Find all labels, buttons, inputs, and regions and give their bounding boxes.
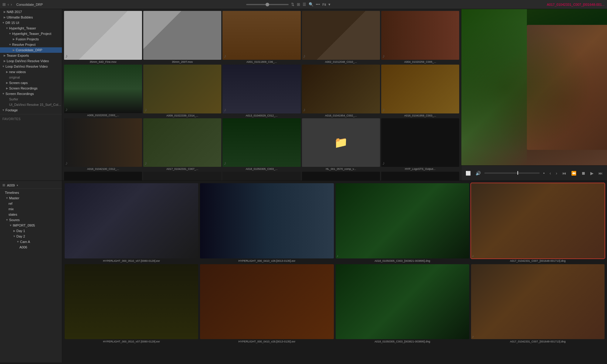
timeline-tree-item-a006[interactable]: A006: [0, 244, 62, 250]
media-thumb: ♪: [302, 65, 380, 113]
timeline-tree-item-day2[interactable]: ▼ Day 2: [0, 234, 62, 239]
tree-item-screen-caps[interactable]: ▶ Screen caps: [0, 80, 62, 86]
tree-item-surfer[interactable]: Surfer: [0, 96, 62, 102]
chevron-next-icon[interactable]: ›: [554, 170, 558, 176]
tree-item-resolve-project[interactable]: ▼ Resolve Project: [0, 42, 62, 47]
media-thumb: 𝑈 ♪: [64, 172, 142, 180]
tree-arrow: ▼: [1, 92, 5, 95]
search-icon[interactable]: 🔍: [309, 2, 314, 7]
tree-item-fusion-projects[interactable]: ▶ Fusion Projects: [0, 36, 62, 42]
tree-item-screen-recordings-2[interactable]: ▼ Screen Recordings: [0, 91, 62, 96]
timeline-item[interactable]: HYPERLIGHT_000_0410_v28.[0013-0135].exr: [200, 264, 334, 343]
list-view-icon[interactable]: ☰: [303, 2, 306, 7]
top-bar-center: ⇅ ⊞ ☰ 🔍 ••• Fit ▾: [63, 2, 514, 7]
chevron-prev-icon[interactable]: ‹: [548, 170, 552, 176]
media-thumb: ♪: [143, 118, 221, 167]
media-item[interactable]: ♪ HYP_Text4_Output.mov: [381, 172, 459, 180]
scrubber-thumb[interactable]: [266, 3, 269, 6]
timeline-item[interactable]: HYPERLIGHT_000_0510_v07.[0080-0129].exr: [65, 183, 198, 262]
tree-item-dr15[interactable]: ▼ DR 15 UI: [0, 20, 62, 25]
timeline-tree-item-soures[interactable]: ▼ Soures: [0, 217, 62, 223]
tree-item-ui-davinci[interactable]: UI_DaVinci Resolve 15_Surf_Col...: [0, 102, 62, 107]
skip-forward-icon[interactable]: ⏭: [597, 170, 604, 176]
timeline-label: A017_01042331_C007_[001648-001713].dng: [471, 259, 605, 262]
header-dropdown-icon[interactable]: ▾: [17, 184, 18, 187]
media-item[interactable]: ♪ HYP_Text2_Output.mov: [222, 172, 300, 180]
preview-timeline[interactable]: [484, 173, 540, 174]
media-item[interactable]: ♪ A009_01022033_C003_...: [64, 65, 142, 117]
timeline-item[interactable]: HYPERLIGHT_000_0510_v07.[0080-0129].exr: [65, 264, 198, 343]
tree-arrow: ▶: [5, 70, 9, 73]
stop-icon[interactable]: ⏹: [580, 170, 587, 176]
forward-icon[interactable]: ›: [11, 2, 12, 7]
tree-item-footage[interactable]: ▼ Footage: [0, 107, 62, 113]
media-grid-container: ♪ 35mm_64D_Fine.mov 35mm_200T.mov ♪ A001…: [62, 9, 461, 180]
tree-arrow: ▶: [2, 54, 7, 57]
timeline-tree-item-day1[interactable]: ▶ Day 1: [0, 228, 62, 234]
media-item[interactable]: ♪ A017_01042331_C007_...: [143, 118, 221, 171]
tree-item-original[interactable]: original: [0, 75, 62, 80]
more-icon[interactable]: •••: [316, 2, 320, 7]
media-item[interactable]: 𝑈 ♪ HYP_LogoUSEF_Outpu...: [64, 172, 142, 180]
back-icon[interactable]: ‹: [8, 2, 9, 7]
media-item[interactable]: ♪ A001_01011809_C06_...: [222, 11, 300, 63]
monitor-icon[interactable]: ⬜: [464, 170, 472, 176]
play-icon[interactable]: ▶: [589, 170, 595, 176]
tree-arrow: ▼: [5, 218, 9, 221]
timeline-tree-item-cama[interactable]: ▼ Cam A: [0, 239, 62, 244]
media-item[interactable]: ♪ A009_01022339_C014_...: [143, 65, 221, 117]
media-grid: ♪ 35mm_64D_Fine.mov 35mm_200T.mov ♪ A001…: [64, 11, 459, 180]
tree-item-system-volume[interactable]: ▶ Teaser Exports: [0, 53, 62, 58]
tree-item-consolidate-drp[interactable]: ▶ Consolidate_DRP: [0, 47, 62, 53]
timeline-tree-item-mix[interactable]: mix: [0, 206, 62, 212]
media-item[interactable]: ♪ A016_01042100_C012_...: [64, 118, 142, 171]
media-item[interactable]: ♪ A016_01041959_C003_...: [381, 65, 459, 117]
timeline-item-selected[interactable]: ♪ A017_01042331_C007_[001648-001713].dng: [471, 183, 605, 262]
timeline-label: HYPERLIGHT_000_0410_v28.[0013-0135].exr: [200, 340, 334, 343]
media-item[interactable]: ♪ A013_01040029_C012_...: [222, 65, 300, 117]
grid-view-icon[interactable]: ⊞: [297, 2, 300, 7]
sort-icon[interactable]: ⇅: [291, 2, 294, 7]
media-item[interactable]: ♪ 35mm_64D_Fine.mov: [64, 11, 142, 63]
tree-item-ultimatte[interactable]: ▶ Ultimatte Bubbles: [0, 15, 62, 20]
scrubber-bar[interactable]: [246, 4, 289, 5]
media-label: HL_001_0570_comp_v...: [302, 167, 380, 170]
media-item[interactable]: ♪ HYP_LogoSTS_Output...: [381, 118, 459, 171]
dot-icon[interactable]: •: [542, 170, 546, 176]
timeline-tree-item-import[interactable]: ▼ IMPORT_0905: [0, 223, 62, 228]
timeline-tree-item-ref[interactable]: ref: [0, 201, 62, 206]
tree-item-teaser-exports[interactable]: ▶ Loop DaVinci Resolve Video: [0, 58, 62, 64]
media-item[interactable]: 📁 HL_001_0570_comp_v...: [302, 118, 380, 171]
media-item[interactable]: ♪ A018_01050305_C003_...: [222, 118, 300, 171]
timeline-item[interactable]: HYPERLIGHT_000_0410_v28.[0013-0135].exr: [200, 183, 334, 262]
tree-label: Teaser Exports: [7, 54, 29, 57]
timeline-tree-item-timelines[interactable]: Timelines: [0, 190, 62, 195]
tree-item-hyperlight-teaser[interactable]: ▼ Hyperlight_Teaser: [0, 25, 62, 31]
tree-item-hyperlight-project[interactable]: ▼ Hyperlight_Teaser_Project: [0, 31, 62, 36]
media-item[interactable]: ♪ HYP_Text3_Output.mov: [302, 172, 380, 180]
grid-icon[interactable]: ⊞: [2, 2, 6, 7]
tree-item-screen-recordings-1[interactable]: ▶ Screen Recordings: [0, 86, 62, 91]
media-label: A016_01042100_C012_...: [64, 167, 142, 170]
timeline-item[interactable]: A018_01050305_C003_[003821-003895].dng: [336, 264, 469, 343]
music-icon: ♪: [65, 53, 68, 59]
media-item[interactable]: ♪ HYP_Text1_Output.mov: [143, 172, 221, 180]
fit-dropdown-icon[interactable]: ▾: [328, 2, 331, 7]
media-item[interactable]: ♪ A002_01012048_C010_...: [302, 11, 380, 63]
timeline-item[interactable]: ♪ A018_01050305_C003_[003821-003895].dng: [336, 183, 469, 262]
tree-label: slates: [8, 213, 17, 216]
tree-item-loop-davinci[interactable]: ▼ Loop DaVinci Resolve Video: [0, 64, 62, 69]
step-back-icon[interactable]: ⏪: [570, 170, 578, 176]
media-item[interactable]: 35mm_200T.mov: [143, 11, 221, 63]
tree-label: Loop DaVinci Resolve Video: [7, 59, 49, 63]
timeline-tree-item-master[interactable]: ▼ Master: [0, 195, 62, 201]
timeline-item[interactable]: ♪ A017_01042331_C007_[001648-001713].dng: [471, 264, 605, 343]
media-item[interactable]: ♪ A004_01020259_C005_...: [381, 11, 459, 63]
tree-item-nab2017[interactable]: ▶ NAB 2017: [0, 9, 62, 15]
timeline-tree-item-slates[interactable]: slates: [0, 212, 62, 217]
tree-item-new-videos[interactable]: ▶ new videos: [0, 69, 62, 75]
media-item[interactable]: ♪ A016_01041954_C002_...: [302, 65, 380, 117]
volume-icon[interactable]: 🔊: [474, 170, 482, 176]
tree-arrow: ▶: [5, 87, 9, 90]
skip-back-icon[interactable]: ⏮: [561, 170, 568, 176]
